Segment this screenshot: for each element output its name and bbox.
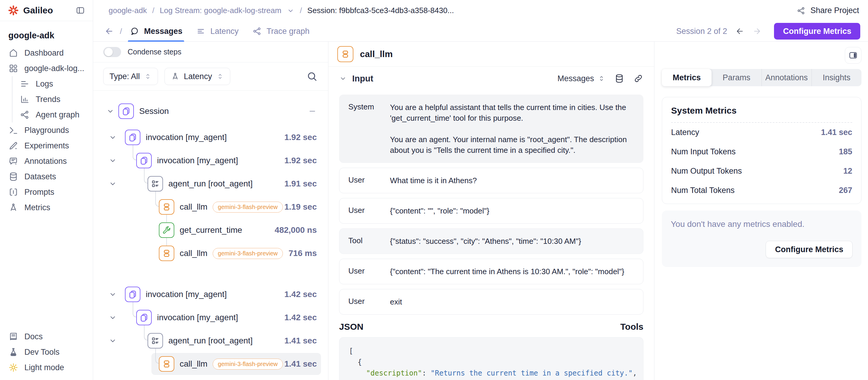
collapse-panel-button[interactable] xyxy=(845,47,862,64)
chevron-down-icon[interactable] xyxy=(108,290,117,298)
collapse-sidebar-icon[interactable] xyxy=(75,6,85,15)
breadcrumb-session: Session: f9bbfca3-5ce3-4db3-a358-8430... xyxy=(307,6,454,15)
agent-icon xyxy=(148,176,163,191)
sidebar-item-agent-graph[interactable]: Agent graph xyxy=(18,107,89,123)
tree-row-agent-run-root-agent-8[interactable]: agent_run [root_agent]1.41 sec xyxy=(93,329,328,352)
sidebar-item-annotations[interactable]: Annotations xyxy=(4,153,89,169)
compass-icon xyxy=(8,202,19,213)
tree-row-session[interactable]: Session xyxy=(93,100,328,123)
message-card-user-4: User{"content": "The current time in Ath… xyxy=(339,259,643,284)
message-list: SystemYou are a helpful assistant that t… xyxy=(329,90,654,315)
tree-row-invocation-my-agent-0[interactable]: invocation [my_agent]1.92 sec xyxy=(93,126,328,149)
tree-row-get-current-time-4[interactable]: get_current_time482,000 ns xyxy=(93,219,328,242)
galileo-logo-icon xyxy=(8,5,19,16)
tree-row-invocation-my-agent-6[interactable]: invocation [my_agent]1.42 sec xyxy=(93,283,328,306)
sidebar-item-logs[interactable]: Logs xyxy=(18,76,89,92)
chevron-down-icon[interactable] xyxy=(108,337,117,345)
duration-label: 1.92 sec xyxy=(284,126,317,149)
sidebar-footer-nav: DocsDev ToolsLight mode xyxy=(4,329,89,375)
sidebar-item-prompts[interactable]: Prompts xyxy=(4,184,89,200)
breadcrumb-log-stream[interactable]: Log Stream: google-adk-log-stream xyxy=(160,6,281,15)
chevron-down-icon[interactable] xyxy=(108,133,117,141)
metrics-tab-annotations[interactable]: Annotations xyxy=(762,69,811,86)
sidebar-item-light-mode[interactable]: Light mode xyxy=(4,360,89,375)
tree-row-agent-run-root-agent-2[interactable]: agent_run [root_agent]1.91 sec xyxy=(93,172,328,195)
condense-steps-toggle[interactable] xyxy=(103,47,121,57)
link-icon[interactable] xyxy=(633,73,643,84)
session-pager: Session 2 of 2 xyxy=(676,27,762,36)
llm-icon xyxy=(337,46,353,62)
sidebar-item-dashboard[interactable]: Dashboard xyxy=(4,45,89,61)
search-icon[interactable] xyxy=(306,70,318,82)
trace-graph-icon xyxy=(252,27,262,36)
sidebar-item-dev-tools[interactable]: Dev Tools xyxy=(4,344,89,360)
breadcrumb-separator: / xyxy=(300,6,302,15)
sidebar-item-trends[interactable]: Trends xyxy=(18,92,89,107)
system-metrics-title: System Metrics xyxy=(671,105,852,123)
message-role: User xyxy=(348,175,390,185)
lines-icon xyxy=(20,79,30,89)
json-code-block[interactable]: [ { "description": "Returns the current … xyxy=(339,337,643,380)
grid-icon xyxy=(8,63,19,73)
share-project-button[interactable]: Share Project xyxy=(797,6,859,15)
tab-latency[interactable]: Latency xyxy=(194,21,240,42)
metrics-tab-metrics[interactable]: Metrics xyxy=(662,69,712,86)
tree-body: Session invocation [my_agent]1.92 secinv… xyxy=(93,91,328,376)
chevron-down-icon[interactable] xyxy=(287,7,294,14)
breadcrumb: google-adk / Log Stream: google-adk-log-… xyxy=(108,6,454,15)
type-filter-select[interactable]: Type: All xyxy=(103,68,158,85)
chevron-down-icon[interactable] xyxy=(108,313,117,322)
message-card-user-1: UserWhat time is it in Athens? xyxy=(339,168,643,193)
message-text: You are a helpful assistant that tells t… xyxy=(390,102,634,156)
chevron-down-icon[interactable] xyxy=(108,156,117,165)
logo-row: Galileo xyxy=(0,0,93,21)
tree-row-call-llm-9[interactable]: call_llmgemini-3-flash-preview1.41 sec xyxy=(93,352,328,376)
metrics-tab-insights[interactable]: Insights xyxy=(811,69,862,86)
metrics-panel: MetricsParamsAnnotationsInsights System … xyxy=(655,42,868,380)
view-mode-select[interactable]: Messages xyxy=(557,74,605,83)
span-detail-panel: call_llm Input Messages SystemYou are a … xyxy=(329,42,654,380)
metric-row-num-output-tokens: Num Output Tokens12 xyxy=(671,161,852,181)
collapse-input-icon[interactable] xyxy=(339,75,347,82)
tools-tab[interactable]: Tools xyxy=(620,322,643,332)
latency-filter-select[interactable]: Latency xyxy=(164,68,230,85)
tree-row-invocation-my-agent-1[interactable]: invocation [my_agent]1.92 sec xyxy=(93,149,328,172)
llm-icon xyxy=(159,246,174,261)
message-text: {"status": "success", "city": "Athens", … xyxy=(390,236,581,247)
minus-icon[interactable] xyxy=(308,107,317,116)
duration-label: 716 ms xyxy=(288,242,317,265)
chevron-updown-icon xyxy=(216,72,224,80)
panel-right-icon xyxy=(848,51,858,60)
chevron-down-icon[interactable] xyxy=(108,180,117,188)
condense-steps-label: Condense steps xyxy=(128,48,182,56)
trace-tree-panel: Condense steps Type: All Latency Session… xyxy=(93,42,329,380)
tab-trace-graph[interactable]: Trace graph xyxy=(250,21,311,42)
user-account-row[interactable] xyxy=(4,375,89,380)
breadcrumb-project[interactable]: google-adk xyxy=(108,6,147,15)
prev-session-icon[interactable] xyxy=(735,27,744,36)
message-text: {"content": "", "role": "model"} xyxy=(390,205,489,216)
tree-row-call-llm-3[interactable]: call_llmgemini-3-flash-preview1.19 sec xyxy=(93,195,328,219)
book-icon xyxy=(8,331,19,342)
sidebar-item-experiments[interactable]: Experiments xyxy=(4,138,89,153)
tree-row-invocation-my-agent-7[interactable]: invocation [my_agent]1.42 sec xyxy=(93,306,328,329)
sidebar-item-google-adk-log[interactable]: google-adk-log... xyxy=(4,61,89,76)
metrics-tab-params[interactable]: Params xyxy=(712,69,761,86)
tree-row-call-llm-5[interactable]: call_llmgemini-3-flash-preview716 ms xyxy=(93,242,328,265)
invocation-icon xyxy=(136,310,152,325)
configure-metrics-button[interactable]: Configure Metrics xyxy=(774,23,860,39)
sidebar-item-docs[interactable]: Docs xyxy=(4,329,89,344)
metric-row-latency: Latency1.41 sec xyxy=(671,123,852,142)
sidebar-item-playgrounds[interactable]: Playgrounds xyxy=(4,123,89,138)
sidebar-item-datasets[interactable]: Datasets xyxy=(4,169,89,184)
database-icon[interactable] xyxy=(614,73,624,84)
configure-metrics-secondary-button[interactable]: Configure Metrics xyxy=(766,241,852,258)
chevron-down-icon[interactable] xyxy=(106,107,115,115)
sidebar-item-metrics[interactable]: Metrics xyxy=(4,200,89,215)
back-button[interactable] xyxy=(104,27,114,36)
metric-row-num-input-tokens: Num Input Tokens185 xyxy=(671,142,852,161)
tab-messages[interactable]: Messages xyxy=(128,21,184,42)
message-role: Tool xyxy=(348,236,390,245)
message-role: User xyxy=(348,296,390,306)
next-session-icon[interactable] xyxy=(752,27,762,36)
